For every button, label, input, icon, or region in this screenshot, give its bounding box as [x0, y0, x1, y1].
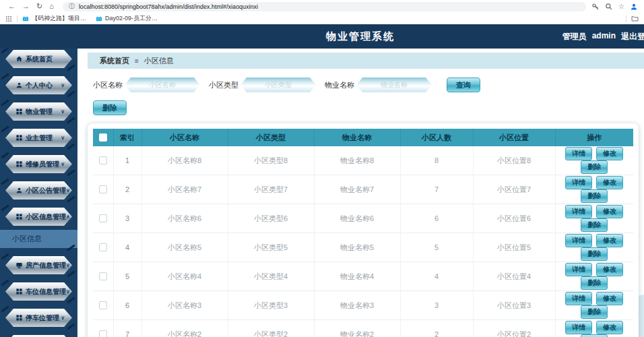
row-action-detail-button[interactable]: 详情 [565, 234, 592, 247]
sidebar-item-0[interactable]: 系统首页 [5, 50, 72, 68]
sidebar-item-7[interactable]: 房产信息管理∨ [5, 256, 72, 274]
sidebar-item-2[interactable]: 物业管理∨ [5, 102, 72, 121]
field-label: 小区名称 [93, 80, 123, 90]
password-key-icon[interactable] [591, 3, 600, 11]
site-info-icon[interactable]: ⓘ [69, 2, 75, 11]
row-action-delete-button[interactable]: 删除 [581, 189, 608, 203]
cell-community-type: 小区类型5 [228, 233, 314, 262]
community-name-input[interactable]: 小区名称 [125, 78, 200, 92]
zoom-icon[interactable] [605, 3, 613, 11]
cell-property-name: 物业名称7 [314, 175, 400, 204]
forward-icon[interactable]: → [22, 3, 30, 10]
row-action-delete-button[interactable]: 删除 [581, 160, 608, 174]
home-icon[interactable]: ⌂ [49, 3, 54, 10]
data-table-panel: 索引小区名称小区类型物业名称小区人数小区位置操作 1小区名称8小区类型8物业名称… [88, 123, 639, 337]
user-icon [15, 82, 23, 89]
row-action-edit-button[interactable]: 修改 [596, 321, 623, 334]
select-all-header [93, 129, 113, 146]
cell-property-name: 物业名称5 [314, 233, 400, 262]
cell-location: 小区位置5 [473, 233, 555, 262]
column-header: 物业名称 [314, 129, 400, 146]
row-checkbox[interactable] [99, 272, 107, 280]
row-action-edit-button[interactable]: 修改 [596, 292, 623, 305]
bilibili-icon [96, 16, 102, 22]
cell-location: 小区位置7 [473, 175, 555, 204]
row-action-edit-button[interactable]: 修改 [596, 176, 623, 189]
sidebar-entry: 个人中心∨ [0, 76, 77, 94]
row-checkbox[interactable] [99, 214, 107, 222]
row-action-delete-button[interactable]: 删除 [581, 305, 608, 319]
cell-property-name: 物业名称3 [314, 291, 400, 320]
table-row: 7小区名称2小区类型2物业名称22小区位置2详情修改删除 [93, 320, 633, 337]
home-icon [15, 55, 23, 63]
sidebar-item-5[interactable]: 小区公告管理∨ [5, 181, 72, 200]
row-action-detail-button[interactable]: 详情 [565, 147, 592, 160]
bookmark-item[interactable]: Day02-09-员工分… [96, 14, 158, 23]
table-header-row: 索引小区名称小区类型物业名称小区人数小区位置操作 [93, 129, 633, 146]
chevron-up-icon: ∧ [66, 214, 70, 220]
property-name-input[interactable]: 物业名称 [356, 78, 432, 92]
row-action-detail-button[interactable]: 详情 [565, 292, 592, 305]
row-action-delete-button[interactable]: 删除 [581, 276, 608, 290]
cell-community-type: 小区类型6 [228, 204, 314, 233]
sidebar-item-label: 小区信息管理 [26, 212, 66, 222]
chevron-down-icon: ∨ [66, 288, 70, 295]
placeholder-text: 物业名称 [381, 80, 408, 90]
cell-community-name: 小区名称3 [141, 291, 228, 320]
row-checkbox[interactable] [99, 185, 107, 193]
reload-icon[interactable]: ↻ [36, 3, 42, 10]
sidebar-entry: 维修员管理∨ [0, 155, 77, 173]
row-checkbox[interactable] [99, 243, 107, 251]
chevron-down-icon: ∨ [61, 135, 65, 141]
select-all-checkbox[interactable] [99, 133, 107, 142]
sidebar-subitem[interactable]: 小区信息 [0, 230, 77, 248]
community-type-input[interactable]: 小区类型 [240, 78, 316, 92]
sidebar-item-4[interactable]: 维修员管理∨ [5, 155, 72, 173]
grid-icon [15, 108, 23, 115]
sidebar-item-1[interactable]: 个人中心∨ [5, 76, 72, 94]
sidebar-item-9[interactable]: 停车位管理∨ [5, 309, 72, 327]
row-action-edit-button[interactable]: 修改 [596, 147, 623, 160]
row-action-edit-button[interactable]: 修改 [596, 234, 623, 247]
sidebar-item-3[interactable]: 业主管理∨ [5, 129, 72, 147]
sidebar-entry: 物业管理∨ [0, 102, 77, 121]
back-icon[interactable]: ← [8, 3, 15, 10]
row-checkbox[interactable] [99, 301, 107, 309]
table-row: 2小区名称7小区类型7物业名称77小区位置7详情修改删除 [93, 175, 633, 204]
cell-location: 小区位置3 [473, 291, 555, 320]
row-action-detail-button[interactable]: 详情 [565, 321, 592, 334]
row-action-detail-button[interactable]: 详情 [565, 176, 592, 189]
bookmark-star-icon[interactable]: ☆ [618, 3, 624, 10]
row-action-edit-button[interactable]: 修改 [596, 263, 623, 276]
bilibili-icon [22, 16, 29, 22]
row-action-detail-button[interactable]: 详情 [565, 205, 592, 218]
bulk-delete-button[interactable]: 删除 [93, 100, 127, 115]
row-action-detail-button[interactable]: 详情 [565, 263, 592, 276]
sidebar-item-6[interactable]: 小区信息管理∧ [5, 208, 72, 226]
bookmark-item[interactable]: 【码神之路】项目… [22, 14, 86, 23]
logout-button[interactable]: 退出登录 [621, 31, 644, 42]
profile-avatar-icon[interactable] [630, 3, 638, 11]
cell-index: 2 [113, 175, 141, 204]
app-header: 物业管理系统 管理员 admin 退出登录 [0, 24, 644, 49]
cell-people-count: 7 [400, 175, 473, 204]
row-action-delete-button[interactable]: 删除 [581, 334, 608, 337]
row-action-delete-button[interactable]: 删除 [581, 218, 608, 232]
cell-community-name: 小区名称6 [141, 204, 228, 233]
cell-location: 小区位置4 [473, 262, 555, 291]
sidebar-item-8[interactable]: 车位信息管理∨ [5, 282, 72, 301]
cell-property-name: 物业名称4 [314, 262, 400, 291]
row-select-cell [93, 146, 113, 175]
table-row: 5小区名称4小区类型4物业名称44小区位置4详情修改删除 [93, 262, 633, 291]
apps-grid-icon[interactable] [5, 16, 12, 22]
grid-icon [15, 213, 23, 220]
row-action-delete-button[interactable]: 删除 [581, 247, 608, 261]
bookmarks-folder-icon[interactable] [631, 15, 639, 22]
chevron-down-icon: ∨ [61, 109, 65, 115]
row-checkbox[interactable] [99, 156, 107, 164]
breadcrumb-home-link[interactable]: 系统首页 [100, 56, 129, 66]
row-checkbox[interactable] [99, 330, 107, 337]
query-button[interactable]: 查询 [447, 78, 480, 92]
row-action-edit-button[interactable]: 修改 [596, 205, 623, 218]
address-bar[interactable]: ⓘ localhost:8080/springboot78ahx/admin/d… [63, 2, 586, 11]
